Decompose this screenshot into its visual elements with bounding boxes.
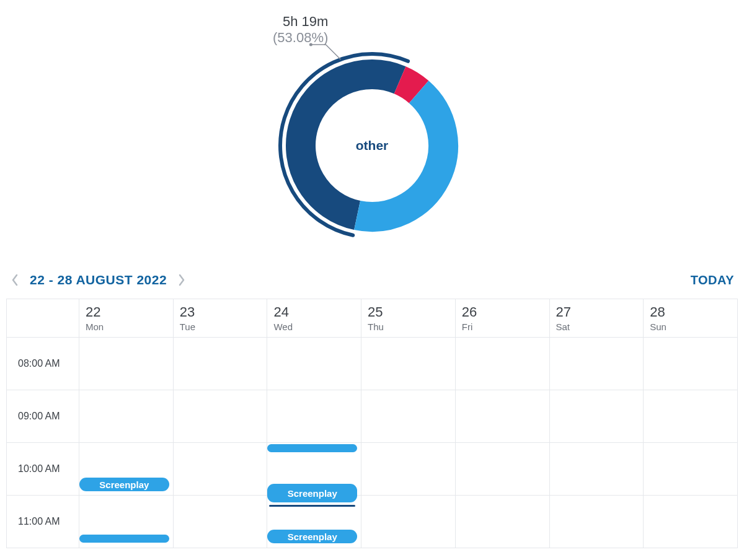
calendar-cell[interactable] — [455, 496, 549, 548]
calendar-cell[interactable] — [644, 390, 738, 443]
calendar-cell[interactable] — [644, 496, 738, 548]
calendar-cell[interactable]: Screenplay — [79, 443, 174, 496]
week-calendar: 22Mon23Tue24Wed25Thu26Fri27Sat28Sun 08:0… — [6, 299, 738, 548]
day-name: Thu — [368, 322, 449, 332]
time-column-header — [7, 299, 79, 338]
highlight-percent: (53.08%) — [273, 30, 328, 46]
calendar-cell[interactable] — [267, 338, 361, 390]
calendar-cell[interactable] — [79, 338, 174, 390]
event-label: Screenplay — [99, 479, 149, 490]
day-number: 26 — [462, 304, 543, 320]
day-name: Wed — [273, 322, 355, 332]
day-name: Sun — [650, 322, 731, 332]
calendar-cell[interactable]: Screenplay — [267, 443, 361, 496]
calendar-cell[interactable] — [173, 443, 267, 496]
day-number: 23 — [180, 304, 261, 320]
calendar-cell[interactable] — [549, 443, 644, 496]
day-name: Sat — [556, 322, 637, 332]
donut-highlight-label: 5h 19m (53.08%) — [273, 14, 328, 46]
calendar-cell[interactable] — [549, 390, 644, 443]
calendar-cell[interactable] — [267, 390, 361, 443]
leader-dot — [309, 43, 312, 46]
hour-label: 08:00 AM — [7, 338, 79, 390]
day-header: 23Tue — [173, 299, 267, 338]
day-name: Mon — [86, 322, 167, 332]
calendar-cell[interactable]: Screenplay — [267, 496, 361, 548]
day-header: 28Sun — [644, 299, 738, 338]
day-header: 25Thu — [361, 299, 456, 338]
calendar-cell[interactable] — [361, 338, 456, 390]
day-number: 27 — [556, 304, 637, 320]
calendar-cell[interactable] — [173, 390, 267, 443]
day-name: Fri — [462, 322, 543, 332]
calendar-cell[interactable] — [361, 390, 456, 443]
day-number: 28 — [650, 304, 731, 320]
donut-slice[interactable] — [301, 74, 400, 215]
hour-label: 09:00 AM — [7, 390, 79, 443]
chevron-right-icon — [178, 274, 185, 286]
chevron-left-icon — [11, 274, 19, 286]
hour-label: 10:00 AM — [7, 443, 79, 496]
day-header: 24Wed — [267, 299, 361, 338]
calendar-event[interactable] — [267, 444, 357, 452]
day-number: 25 — [368, 304, 449, 320]
day-header: 27Sat — [549, 299, 644, 338]
calendar-cell[interactable] — [79, 390, 174, 443]
calendar-cell[interactable] — [455, 338, 549, 390]
calendar-cell[interactable] — [644, 338, 738, 390]
calendar-cell[interactable] — [173, 338, 267, 390]
donut-slice[interactable] — [357, 92, 443, 217]
day-header: 22Mon — [79, 299, 174, 338]
calendar-cell[interactable] — [455, 443, 549, 496]
donut-slice[interactable] — [400, 80, 418, 92]
highlight-duration: 5h 19m — [273, 14, 328, 30]
calendar-cell[interactable] — [549, 496, 644, 548]
calendar-cell[interactable] — [361, 496, 456, 548]
today-button[interactable]: TODAY — [691, 273, 734, 287]
day-header: 26Fri — [455, 299, 549, 338]
day-number: 24 — [273, 304, 355, 320]
leader-line — [311, 45, 340, 59]
calendar-cell[interactable] — [455, 390, 549, 443]
prev-week-button[interactable] — [11, 274, 19, 286]
calendar-cell[interactable] — [361, 443, 456, 496]
week-range-label: 22 - 28 AUGUST 2022 — [30, 273, 167, 287]
calendar-cell[interactable] — [79, 496, 174, 548]
calendar-event[interactable]: Screenplay — [267, 530, 357, 543]
day-name: Tue — [180, 322, 261, 332]
calendar-cell[interactable] — [644, 443, 738, 496]
calendar-cell[interactable] — [549, 338, 644, 390]
day-number: 22 — [86, 304, 167, 320]
hour-label: 11:00 AM — [7, 496, 79, 548]
calendar-event[interactable] — [79, 535, 169, 543]
donut-svg — [276, 50, 468, 242]
event-label: Screenplay — [288, 532, 337, 542]
calendar-cell[interactable] — [173, 496, 267, 548]
donut-chart: other — [276, 50, 468, 242]
next-week-button[interactable] — [178, 274, 185, 286]
calendar-event[interactable]: Screenplay — [79, 478, 169, 491]
